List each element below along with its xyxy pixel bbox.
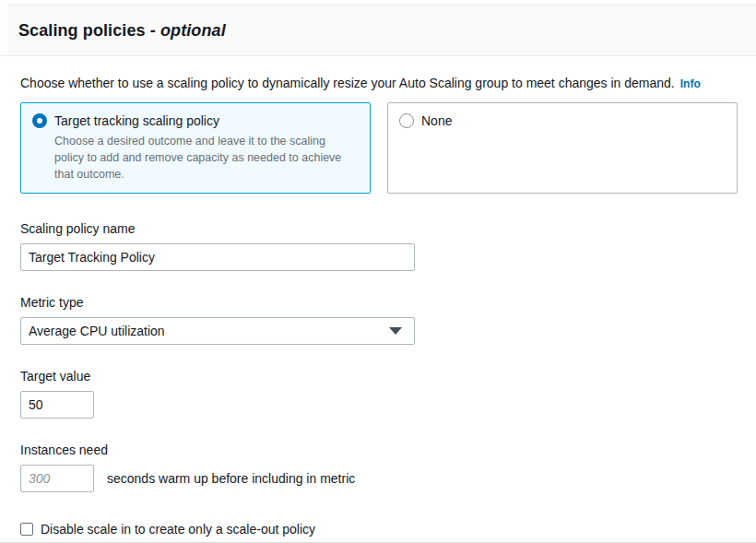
warmup-input[interactable] [20, 465, 94, 492]
page-title: Scaling policies - optional [18, 21, 738, 41]
tile-target-tracking-policy[interactable]: Target tracking scaling policy Choose a … [20, 102, 371, 194]
tile-none-label: None [421, 113, 452, 128]
chevron-down-icon [389, 327, 402, 335]
section-description-text: Choose whether to use a scaling policy t… [20, 76, 675, 90]
field-metric-type: Metric type Average CPU utilization [20, 295, 738, 345]
warmup-suffix-text: seconds warm up before including in metr… [107, 471, 355, 486]
field-target-value: Target value [20, 369, 738, 419]
disable-scale-in-row[interactable]: Disable scale in to create only a scale-… [20, 522, 738, 537]
scaling-policy-name-label: Scaling policy name [20, 221, 738, 236]
section-description: Choose whether to use a scaling policy t… [20, 76, 738, 90]
scaling-policy-name-input[interactable] [20, 243, 415, 271]
target-value-input[interactable] [20, 391, 94, 419]
radio-none[interactable] [399, 113, 414, 128]
policy-option-tiles: Target tracking scaling policy Choose a … [20, 102, 738, 194]
metric-type-label: Metric type [20, 295, 738, 310]
warmup-row: seconds warm up before including in metr… [20, 465, 738, 492]
section-header: Scaling policies - optional [0, 0, 756, 56]
warmup-label: Instances need [20, 443, 738, 457]
page-title-optional: - optional [150, 21, 226, 40]
tile-target-tracking-label: Target tracking scaling policy [54, 113, 219, 128]
tile-none-head: None [399, 113, 724, 128]
scaling-policies-section: Scaling policies - optional Choose wheth… [0, 0, 756, 543]
field-warmup: Instances need seconds warm up before in… [20, 443, 738, 492]
info-link[interactable]: Info [680, 77, 701, 90]
target-value-label: Target value [20, 369, 738, 384]
disable-scale-in-label: Disable scale in to create only a scale-… [41, 522, 315, 537]
section-header-band: Scaling policies - optional [7, 5, 756, 55]
metric-type-select[interactable]: Average CPU utilization [20, 317, 415, 345]
tile-none[interactable]: None [387, 102, 738, 194]
tile-target-tracking-head: Target tracking scaling policy [32, 113, 357, 128]
field-scaling-policy-name: Scaling policy name [20, 221, 738, 271]
tile-target-tracking-description: Choose a desired outcome and leave it to… [54, 133, 357, 183]
radio-target-tracking[interactable] [32, 113, 47, 128]
page-title-text: Scaling policies [18, 21, 146, 40]
metric-type-selected-value: Average CPU utilization [29, 324, 165, 338]
disable-scale-in-checkbox[interactable] [20, 523, 33, 536]
section-body: Choose whether to use a scaling policy t… [0, 56, 756, 543]
